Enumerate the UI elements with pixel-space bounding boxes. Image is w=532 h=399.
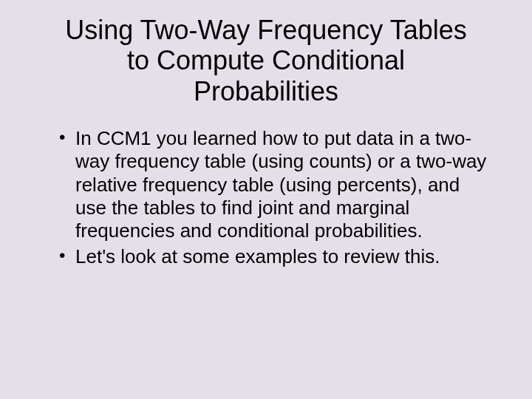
slide-title: Using Two-Way Frequency Tables to Comput… [37, 15, 495, 106]
bullet-item: Let's look at some examples to review th… [59, 245, 495, 268]
slide-content: In CCM1 you learned how to put data in a… [37, 127, 495, 268]
slide-container: Using Two-Way Frequency Tables to Comput… [0, 0, 532, 399]
bullet-item: In CCM1 you learned how to put data in a… [59, 127, 495, 242]
bullet-list: In CCM1 you learned how to put data in a… [59, 127, 495, 268]
